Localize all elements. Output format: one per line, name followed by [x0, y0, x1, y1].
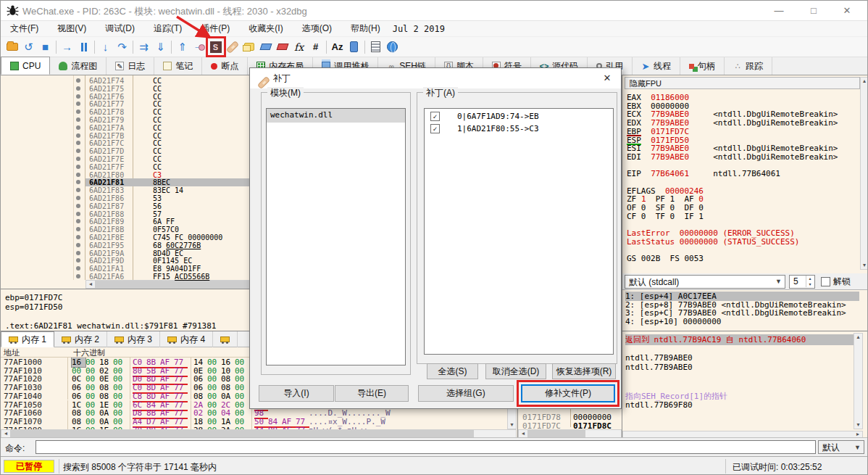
breakpoint-dot-icon[interactable]	[76, 258, 80, 263]
dump-tab-3[interactable]: 内存 3	[107, 331, 160, 347]
hide-fpu-button[interactable]: 隐藏FPU	[625, 77, 860, 89]
spinner-arrows[interactable]: ▴▾	[806, 276, 814, 287]
run-to-user-code-icon[interactable]	[191, 38, 207, 56]
register-line[interactable]: GS 002B FS 0053	[627, 254, 704, 263]
step-over-icon[interactable]: ↷	[114, 38, 130, 56]
scroll-left-arrow[interactable]: ◂	[86, 281, 95, 288]
export-button[interactable]: 导出(E)	[335, 385, 409, 402]
comment-line[interactable]: ntdll.77B9ABE0	[625, 363, 693, 372]
modules-list[interactable]: wechatwin.dll	[266, 108, 406, 365]
module-list-item[interactable]: wechatwin.dll	[267, 109, 405, 123]
tab-notes[interactable]: 笔记	[154, 57, 202, 75]
breakpoint-dot-icon[interactable]	[76, 157, 80, 161]
breakpoint-dot-icon[interactable]	[76, 180, 80, 184]
command-input[interactable]	[36, 440, 816, 454]
breakpoint-dot-icon[interactable]	[76, 204, 80, 208]
breakpoint-dot-icon[interactable]	[76, 243, 80, 247]
tab-cpu[interactable]: CPU	[1, 57, 50, 75]
breakpoint-dot-icon[interactable]	[76, 196, 80, 200]
execute-till-return-icon[interactable]: ⇑	[174, 38, 191, 56]
scroll-up-arrow[interactable]: ▴	[854, 334, 863, 341]
dump-tab-5[interactable]	[213, 331, 238, 347]
register-line[interactable]: CF 0 TF 0 IF 1	[627, 212, 704, 221]
arg-depth-spinner[interactable]: 5 ▴▾	[789, 275, 815, 289]
unlock-checkbox[interactable]	[821, 277, 830, 286]
breakpoint-dot-icon[interactable]	[76, 141, 80, 145]
label-icon[interactable]	[257, 38, 274, 56]
patches-list[interactable]: ✓0|6A7F1AD9:74->EB✓1|6AD21F80:55->C3	[424, 108, 614, 355]
step-into-icon[interactable]: ↓	[97, 38, 114, 56]
breakpoint-dot-icon[interactable]	[76, 212, 80, 216]
hash-icon[interactable]: #	[307, 38, 324, 56]
dump-tab-4[interactable]: 内存 4	[160, 331, 213, 347]
scroll-up-arrow[interactable]: ▴	[860, 78, 868, 85]
breakpoint-dot-icon[interactable]	[76, 165, 80, 169]
patch-checkbox[interactable]: ✓	[430, 124, 440, 133]
dump-tab-1[interactable]: 内存 1	[1, 331, 54, 347]
run-to-cursor-icon[interactable]: ⇉	[135, 38, 152, 56]
open-file-icon[interactable]	[4, 38, 20, 56]
close-button[interactable]: ✕	[831, 1, 863, 21]
return-to-line[interactable]: 返回到 ntdll.77B9AC19 自 ntdll.77B64060	[625, 334, 854, 345]
breakpoint-dot-icon[interactable]	[76, 227, 80, 231]
bookmark-icon[interactable]	[274, 38, 291, 56]
dump-row[interactable]: 77AF106008000A00D88BAF770200040098....D.…	[1, 408, 517, 417]
restore-selected-button[interactable]: 恢复选择项(R)	[552, 363, 616, 379]
import-button[interactable]: 导入(I)	[259, 385, 334, 402]
breakpoint-dot-icon[interactable]	[76, 117, 80, 122]
arguments-view[interactable]: 1: [esp+4] A0C17EEA2: [esp+8] 77B9ABE0 <…	[622, 289, 868, 326]
menu-item[interactable]: 视图(V)	[48, 22, 96, 35]
breakpoint-dot-icon[interactable]	[76, 149, 80, 153]
menu-item[interactable]: 收藏夹(I)	[239, 22, 292, 35]
step-over-fast-icon[interactable]: ⇓	[152, 38, 169, 56]
function-icon[interactable]: fx	[291, 38, 307, 56]
menu-item[interactable]: 追踪(T)	[144, 22, 191, 35]
dump-row[interactable]: 77AF107008000A00A4D7AF7718001A005084AF77…	[1, 417, 517, 426]
scroll-thumb[interactable]	[10, 430, 474, 437]
comments-vscrollbar[interactable]: ▴ ▾	[854, 333, 863, 429]
patch-list-item[interactable]: ✓0|6A7F1AD9:74->EB	[425, 109, 613, 121]
deselect-all-button[interactable]: 取消全选(D)	[485, 363, 546, 379]
tab-graph[interactable]: 流程图	[50, 57, 107, 75]
tab-threads[interactable]: ➤线程	[633, 57, 680, 75]
pause-icon[interactable]	[75, 38, 92, 56]
breakpoint-dot-icon[interactable]	[76, 78, 80, 83]
scroll-down-arrow[interactable]: ▾	[860, 262, 868, 269]
strings-icon[interactable]: Az	[329, 38, 346, 56]
breakpoint-dot-icon[interactable]	[76, 173, 80, 177]
register-line[interactable]: EDI 77B9ABE0 <ntdll.DbgUiRemoteBreakin>	[627, 152, 838, 162]
patch-list-item[interactable]: ✓1|6AD21F80:55->C3	[425, 121, 613, 133]
minimize-button[interactable]: —	[763, 1, 795, 21]
tab-trace[interactable]: ∴跟踪	[725, 57, 772, 75]
patch-file-button[interactable]: 修补文件(P)	[521, 384, 615, 402]
breakpoint-dot-icon[interactable]	[76, 133, 80, 138]
calculator-icon[interactable]	[367, 38, 384, 56]
breakpoint-dot-icon[interactable]	[76, 251, 80, 255]
tab-breakpoint[interactable]: 断点	[202, 57, 248, 75]
scroll-down-arrow[interactable]: ▾	[508, 421, 517, 429]
scroll-down-arrow[interactable]: ▾	[854, 421, 863, 429]
breakpoint-dot-icon[interactable]	[76, 235, 80, 239]
stack-row[interactable]: 0171FD7800000000	[518, 413, 622, 421]
select-all-button[interactable]: 全选(S)	[427, 363, 478, 379]
menu-item[interactable]: 调试(D)	[96, 22, 144, 35]
breakpoint-dot-icon[interactable]	[76, 274, 80, 278]
breakpoint-dot-icon[interactable]	[76, 86, 80, 91]
command-script-select[interactable]: 默认 ▼	[818, 440, 864, 454]
tab-log[interactable]: ✎日志	[107, 57, 154, 75]
menu-item[interactable]: 文件(F)	[1, 22, 48, 35]
scroll-left-arrow[interactable]: ◂	[1, 430, 10, 437]
registers-vscrollbar[interactable]: ▴ ▾	[860, 77, 868, 270]
stack-comments-panel[interactable]: ▴ ▾ ▸ 返回到 ntdll.77B9AC19 自 ntdll.77B6406…	[622, 331, 868, 437]
argument-line[interactable]: 4: [esp+10] 00000000	[625, 317, 859, 326]
menu-item[interactable]: 选项(O)	[293, 22, 341, 35]
dialog-close-icon[interactable]: ✕	[599, 71, 615, 86]
comment-icon[interactable]	[241, 38, 257, 56]
menu-item[interactable]: 插件(P)	[191, 22, 239, 35]
scroll-left-arrow[interactable]: ◂	[519, 430, 527, 437]
restart-icon[interactable]: ↺	[20, 38, 37, 56]
comment-line[interactable]: ntdll.77B9ABE0	[625, 353, 693, 363]
stack-row[interactable]: 0171FD7C0171FD8C	[518, 421, 622, 430]
breakpoint-dot-icon[interactable]	[76, 110, 80, 114]
comment-line[interactable]: ntdll.77B69F80	[625, 400, 693, 410]
